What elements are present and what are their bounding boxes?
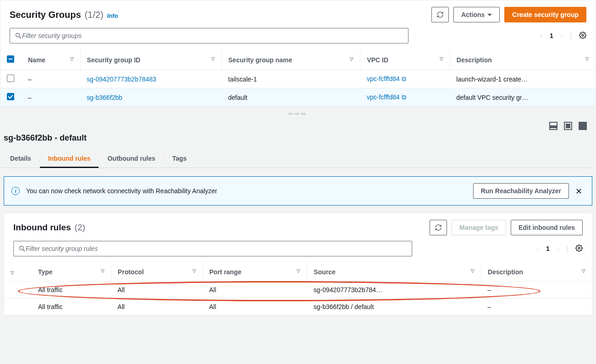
- rules-search-input[interactable]: [26, 245, 407, 252]
- next-page-button[interactable]: ›: [561, 32, 563, 39]
- rules-title: Inbound rules: [13, 223, 71, 233]
- settings-button[interactable]: [579, 32, 586, 40]
- caret-down-icon: [487, 14, 492, 16]
- rcol-desc[interactable]: Description▽: [481, 263, 592, 282]
- reachability-banner: i You can now check network connectivity…: [4, 176, 592, 206]
- tab-inbound[interactable]: Inbound rules: [40, 149, 99, 168]
- tab-outbound[interactable]: Outbound rules: [99, 149, 163, 168]
- refresh-button[interactable]: [431, 7, 449, 22]
- detail-section: sg-b366f2bb - default Details Inbound ru…: [0, 131, 596, 321]
- info-link[interactable]: Info: [107, 12, 118, 19]
- sg-search[interactable]: [10, 28, 408, 43]
- vpc-link[interactable]: vpc-fcfffd84⧉: [367, 75, 406, 82]
- search-icon: [18, 245, 26, 252]
- sg-id-link[interactable]: sg-b366f2bb: [87, 94, 122, 101]
- rule-row[interactable]: All traffic All All sg-b366f2bb / defaul…: [4, 299, 592, 315]
- detail-tabs: Details Inbound rules Outbound rules Tag…: [2, 149, 594, 168]
- external-link-icon: ⧉: [402, 93, 406, 101]
- prev-page-button[interactable]: ‹: [540, 32, 542, 39]
- rules-table: ▽ Type▽ Protocol▽ Port range▽ Source▽ De…: [4, 263, 592, 315]
- row-checkbox[interactable]: [7, 93, 14, 100]
- detail-heading: sg-b366f2bb - default: [2, 131, 594, 149]
- close-banner-button[interactable]: ✕: [575, 186, 585, 196]
- banner-message: You can now check network connectivity w…: [26, 187, 467, 195]
- rcol-type[interactable]: Type▽: [32, 263, 111, 282]
- page-number: 1: [550, 32, 553, 39]
- tab-details[interactable]: Details: [2, 149, 39, 168]
- sg-id-link[interactable]: sg-094207773b2b78483: [87, 76, 156, 83]
- sg-search-input[interactable]: [22, 32, 403, 39]
- create-sg-button[interactable]: Create security group: [504, 7, 586, 22]
- col-sgid[interactable]: Security group ID▽: [80, 50, 221, 70]
- rule-row[interactable]: All traffic All All sg-094207773b2b784… …: [4, 282, 592, 299]
- page-count: (1/2): [85, 10, 104, 20]
- rules-count: (2): [75, 223, 85, 233]
- manage-tags-button[interactable]: Manage tags: [452, 220, 506, 235]
- svg-point-3: [20, 246, 23, 250]
- rules-search[interactable]: [13, 241, 412, 256]
- svg-point-2: [582, 34, 584, 36]
- search-icon: [15, 32, 22, 39]
- select-all-checkbox[interactable]: [7, 55, 14, 63]
- sg-table: Name▽ Security group ID▽ Security group …: [0, 50, 596, 107]
- view-bottom-icon[interactable]: [549, 122, 557, 130]
- info-icon: i: [11, 187, 20, 195]
- rcol-protocol[interactable]: Protocol▽: [111, 263, 203, 282]
- svg-line-4: [23, 250, 25, 251]
- gear-icon: [579, 32, 586, 39]
- view-half-icon[interactable]: [564, 122, 572, 130]
- col-name[interactable]: Name▽: [22, 50, 80, 70]
- external-link-icon: ⧉: [402, 75, 406, 83]
- rules-page-number: 1: [546, 245, 550, 252]
- inbound-rules-panel: Inbound rules (2) Manage tags Edit inbou…: [4, 213, 592, 316]
- sg-pager: ‹ 1 › |: [540, 32, 586, 40]
- edit-rules-button[interactable]: Edit inbound rules: [511, 220, 583, 235]
- sg-header: Security Groups (1/2) Info Actions Creat…: [0, 0, 596, 26]
- tab-tags[interactable]: Tags: [164, 149, 195, 168]
- svg-line-1: [19, 37, 21, 38]
- svg-point-5: [578, 247, 580, 249]
- run-reachability-button[interactable]: Run Reachability Analyzer: [473, 183, 569, 199]
- rcol-source[interactable]: Source▽: [307, 263, 481, 282]
- col-vpc[interactable]: VPC ID▽: [360, 50, 450, 70]
- view-mode-switcher: [0, 120, 596, 131]
- svg-point-0: [16, 33, 20, 37]
- table-row[interactable]: – sg-094207773b2b78483 tailscale-1 vpc-f…: [0, 70, 596, 88]
- rcol-port[interactable]: Port range▽: [203, 263, 307, 282]
- col-desc[interactable]: Description▽: [450, 50, 596, 70]
- table-row[interactable]: – sg-b366f2bb default vpc-fcfffd84⧉ defa…: [0, 88, 596, 107]
- rules-refresh-button[interactable]: [430, 220, 447, 235]
- vpc-link[interactable]: vpc-fcfffd84⧉: [367, 93, 406, 101]
- sg-filter-row: ‹ 1 › |: [0, 26, 596, 50]
- refresh-icon: [436, 11, 444, 18]
- rules-prev-page[interactable]: ‹: [536, 245, 539, 252]
- rules-settings-button[interactable]: [575, 244, 583, 253]
- col-sgname[interactable]: Security group name▽: [222, 50, 360, 70]
- rules-next-page[interactable]: ›: [557, 245, 559, 252]
- security-groups-panel: Security Groups (1/2) Info Actions Creat…: [0, 0, 596, 107]
- actions-button[interactable]: Actions: [453, 7, 500, 22]
- view-full-icon[interactable]: [579, 122, 587, 130]
- row-checkbox[interactable]: [7, 75, 14, 82]
- page-title: Security Groups: [10, 10, 81, 20]
- refresh-icon: [435, 224, 442, 231]
- split-drag-handle[interactable]: ═══: [0, 107, 596, 120]
- gear-icon: [575, 244, 583, 252]
